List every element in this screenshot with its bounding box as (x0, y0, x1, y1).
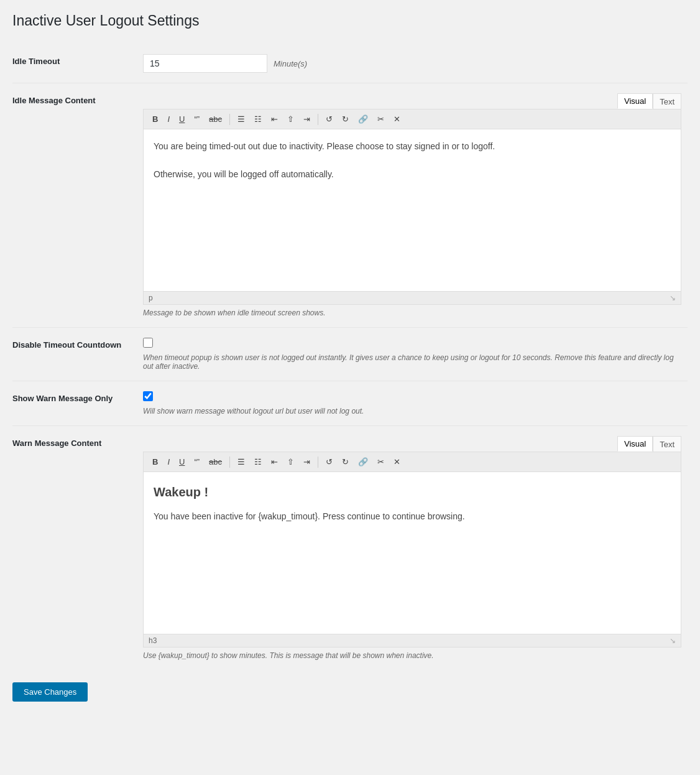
warn-message-tab-visual[interactable]: Visual (617, 436, 653, 452)
idle-align-left-btn[interactable]: ⇤ (267, 113, 282, 126)
show-warn-help: Will show warn message without logout ur… (143, 407, 681, 415)
warn-message-tab-text[interactable]: Text (653, 436, 681, 452)
warn-unlink-btn[interactable]: ✂ (374, 455, 388, 468)
idle-toolbar-sep2 (318, 114, 318, 125)
warn-toolbar-sep1 (229, 457, 230, 468)
warn-bold-btn[interactable]: B (149, 455, 162, 468)
page-title: Inactive User Logout Settings (12, 12, 688, 29)
show-warn-checkbox[interactable] (143, 391, 153, 401)
idle-bold-btn[interactable]: B (149, 113, 162, 126)
warn-italic-btn[interactable]: I (163, 455, 173, 468)
warn-message-toolbar: B I U “” abc ☰ ☷ ⇤ ⇧ ⇥ ↺ ↻ 🔗 (144, 452, 681, 472)
idle-timeout-unit: Minute(s) (274, 59, 307, 68)
idle-quote-btn[interactable]: “” (190, 113, 203, 126)
show-warn-label: Show Warn Message Only (12, 394, 113, 403)
warn-editor-path: h3 (149, 636, 157, 645)
idle-italic-btn[interactable]: I (163, 113, 173, 126)
warn-message-help: Use {wakup_timout} to show minutes. This… (143, 651, 681, 660)
warn-redo-btn[interactable]: ↻ (338, 455, 352, 468)
warn-message-body: You have been inactive for {wakup_timout… (154, 509, 671, 523)
warn-toolbar-sep2 (318, 457, 318, 468)
warn-quote-btn[interactable]: “” (190, 455, 203, 468)
warn-align-right-btn[interactable]: ⇥ (300, 455, 314, 468)
idle-message-text2: Otherwise, you will be logged off automa… (154, 167, 671, 181)
save-button[interactable]: Save Changes (12, 682, 88, 702)
idle-message-tab-text[interactable]: Text (653, 93, 681, 109)
disable-countdown-checkbox[interactable] (143, 338, 153, 348)
idle-ol-btn[interactable]: ☷ (251, 113, 265, 126)
warn-ul-btn[interactable]: ☰ (234, 455, 249, 468)
idle-fullscreen-btn[interactable]: ✕ (390, 113, 404, 126)
idle-ul-btn[interactable]: ☰ (234, 113, 249, 126)
warn-align-center-btn[interactable]: ⇧ (283, 455, 298, 468)
warn-ol-btn[interactable]: ☷ (251, 455, 265, 468)
warn-message-editor: B I U “” abc ☰ ☷ ⇤ ⇧ ⇥ ↺ ↻ 🔗 (143, 452, 681, 647)
warn-underline-btn[interactable]: U (175, 455, 188, 468)
warn-link-btn[interactable]: 🔗 (354, 455, 372, 468)
warn-strikethrough-btn[interactable]: abc (205, 455, 226, 468)
idle-link-btn[interactable]: 🔗 (354, 113, 372, 126)
idle-align-center-btn[interactable]: ⇧ (283, 113, 298, 126)
idle-resize-handle[interactable]: ↘ (670, 294, 676, 302)
idle-underline-btn[interactable]: U (175, 113, 188, 126)
idle-toolbar-sep1 (229, 114, 230, 125)
idle-unlink-btn[interactable]: ✂ (374, 113, 388, 126)
warn-align-left-btn[interactable]: ⇤ (267, 455, 282, 468)
idle-align-right-btn[interactable]: ⇥ (300, 113, 314, 126)
warn-message-heading: Wakeup ! (154, 482, 671, 502)
idle-message-text1: You are being timed-out out due to inact… (154, 139, 671, 153)
idle-message-editor: B I U “” abc ☰ ☷ ⇤ ⇧ ⇥ ↺ ↻ 🔗 (143, 109, 681, 305)
idle-redo-btn[interactable]: ↻ (338, 113, 352, 126)
idle-editor-path: p (149, 294, 153, 302)
warn-editor-footer: h3 ↘ (144, 634, 681, 647)
idle-undo-btn[interactable]: ↺ (322, 113, 336, 126)
idle-message-tab-visual[interactable]: Visual (617, 93, 653, 109)
warn-message-content[interactable]: Wakeup ! You have been inactive for {wak… (144, 472, 681, 634)
idle-editor-footer: p ↘ (144, 291, 681, 304)
warn-resize-handle[interactable]: ↘ (670, 636, 676, 645)
warn-message-label: Warn Message Content (12, 439, 101, 448)
idle-message-help: Message to be shown when idle timeout sc… (143, 309, 681, 317)
warn-undo-btn[interactable]: ↺ (322, 455, 336, 468)
disable-countdown-help: When timeout popup is shown user is not … (143, 353, 681, 371)
idle-strikethrough-btn[interactable]: abc (205, 113, 226, 126)
idle-timeout-label: Idle Timeout (12, 57, 60, 66)
idle-message-content[interactable]: You are being timed-out out due to inact… (144, 129, 681, 291)
disable-countdown-label: Disable Timeout Countdown (12, 340, 121, 350)
idle-message-toolbar: B I U “” abc ☰ ☷ ⇤ ⇧ ⇥ ↺ ↻ 🔗 (144, 109, 681, 129)
idle-timeout-input[interactable] (143, 54, 267, 73)
warn-fullscreen-btn[interactable]: ✕ (390, 455, 404, 468)
idle-message-label: Idle Message Content (12, 96, 96, 105)
